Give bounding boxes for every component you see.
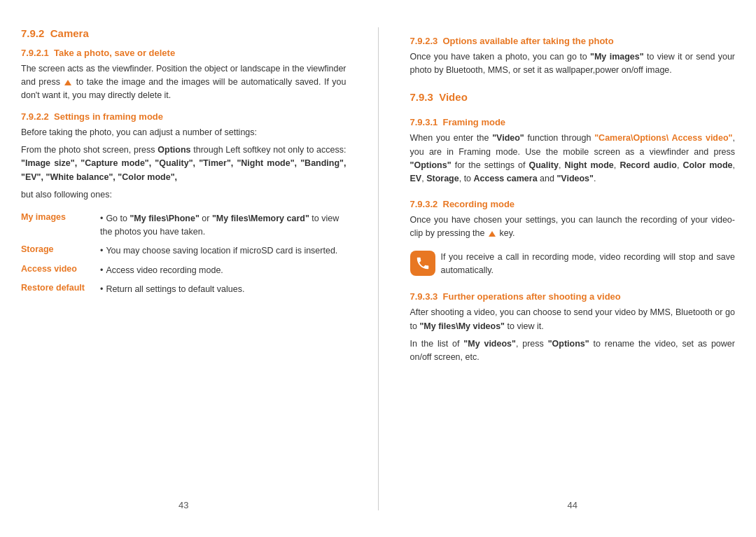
section-792: 7.9.2 Camera 7.9.2.1 Take a photo, save … (21, 27, 346, 207)
left-column: 7.9.2 Camera 7.9.2.1 Take a photo, save … (21, 27, 346, 510)
subsection-7921-title: 7.9.2.1 Take a photo, save or delete (21, 48, 346, 58)
phone-icon (410, 251, 435, 276)
label-storage: Storage (21, 244, 94, 254)
content-restore-default: •Return all settings to default values. (100, 283, 346, 296)
table-row-storage: Storage •You may choose saving location … (21, 244, 346, 258)
content-access-video: •Access video recording mode. (100, 264, 346, 277)
column-divider (378, 27, 379, 510)
label-myimages: My images (21, 212, 94, 222)
subsection-7922-body2: From the photo shot screen, press Option… (21, 144, 346, 184)
icon-container: If you receive a call in recording mode,… (410, 251, 736, 278)
up-arrow-icon-2 (489, 231, 496, 237)
subsection-7922-body: Before taking the photo, you can adjust … (21, 126, 346, 139)
label-restore-default: Restore default (21, 283, 94, 293)
right-page-number: 44 (568, 500, 578, 510)
phone-svg (415, 256, 430, 271)
subsection-7933-body1: After shooting a video, you can choose t… (410, 306, 736, 333)
table-row-access-video: Access video •Access video recording mod… (21, 264, 346, 277)
subsection-7922-title: 7.9.2.2 Settings in framing mode (21, 111, 346, 122)
section-793-title: 7.9.3 Video (410, 91, 736, 103)
up-arrow-icon (64, 80, 71, 85)
page-container: 7.9.2 Camera 7.9.2.1 Take a photo, save … (14, 13, 742, 524)
content-myimages: •Go to "My files\Phone" or "My files\Mem… (100, 212, 346, 239)
subsection-7933-body3: In the list of "My videos", press "Optio… (410, 337, 736, 365)
table-row-myimages: My images •Go to "My files\Phone" or "My… (21, 212, 346, 239)
right-column: 7.9.2.3 Options available after taking t… (410, 27, 736, 510)
subsection-7923-title: 7.9.2.3 Options available after taking t… (410, 36, 736, 46)
settings-table: My images •Go to "My files\Phone" or "My… (21, 212, 346, 302)
subsection-7933-title: 7.9.3.3 Further operations after shootin… (410, 291, 736, 302)
table-row-restore-default: Restore default •Return all settings to … (21, 283, 346, 296)
content-storage: •You may choose saving location if micro… (100, 244, 346, 258)
label-access-video: Access video (21, 264, 94, 274)
subsection-7921-body: The screen acts as the viewfinder. Posit… (21, 62, 346, 103)
section-792-title: 7.9.2 Camera (21, 27, 346, 39)
subsection-7931-body: When you enter the "Video" function thro… (410, 132, 736, 186)
subsection-7922-body4: but also following ones: (21, 188, 346, 202)
icon-text: If you receive a call in recording mode,… (441, 251, 736, 278)
subsection-7932-body: Once you have chosen your settings, you … (410, 214, 736, 241)
options-list: "Image size", "Capture mode", "Quality",… (21, 158, 346, 181)
subsection-7932-title: 7.9.3.2 Recording mode (410, 199, 736, 209)
subsection-7931-title: 7.9.3.1 Framing mode (410, 117, 736, 127)
subsection-7923-body: Once you have taken a photo, you can go … (410, 50, 736, 78)
options-bold: Options (158, 145, 190, 155)
left-page-number: 43 (178, 500, 188, 510)
